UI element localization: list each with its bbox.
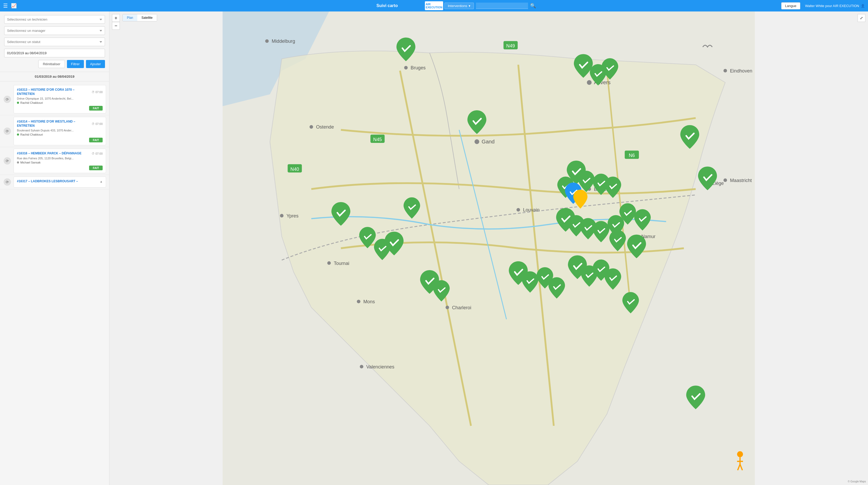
intervention-card-header: #16317 – LADBROKES LESBROUSART – ▲: [17, 179, 103, 183]
intervention-card-header: #16313 – HISTOIRE D'OR CORA 1070 – ENTRE…: [17, 88, 103, 96]
svg-text:N40: N40: [290, 167, 299, 172]
svg-point-13: [357, 299, 361, 303]
intervention-card-header: #16314 – HISTOIRE D'OR WESTLAND – ENTRET…: [17, 120, 103, 128]
langue-area: Langue: [781, 2, 800, 9]
hamburger-icon[interactable]: ☰: [3, 3, 8, 9]
zoom-in-button[interactable]: +: [112, 14, 120, 22]
svg-text:Ostende: Ostende: [316, 124, 334, 130]
intervention-card-footer: FAIT: [17, 106, 103, 111]
status-select[interactable]: Sélectionnez un statut: [4, 37, 105, 46]
clock-icon: ⏱: [92, 90, 95, 94]
fullscreen-button[interactable]: ⤢: [858, 14, 865, 22]
manager-select[interactable]: Sélectionnez un manager: [4, 26, 105, 35]
sync-icon[interactable]: ⟳: [4, 96, 11, 103]
search-button[interactable]: 🔍: [528, 2, 538, 9]
list-item: ⟳ #16317 – LADBROKES LESBROUSART – ▲: [0, 175, 109, 189]
status-badge: FAIT: [89, 106, 103, 111]
intervention-card[interactable]: #16317 – LADBROKES LESBROUSART – ▲: [13, 176, 106, 188]
intervention-address: Rue des Faînes 205, 1120 Bruxelles, Belg…: [17, 157, 103, 160]
sync-icon[interactable]: ⟳: [4, 157, 11, 165]
svg-point-25: [360, 365, 363, 368]
logo-line2: EXECUTION: [426, 6, 442, 9]
status-badge: FAIT: [89, 138, 103, 142]
intervention-card[interactable]: #16316 – HEMBEEK PARCK – DÉPANNAGE ⏱07:0…: [13, 149, 106, 173]
svg-point-33: [737, 451, 743, 457]
intervention-icon-col: ⟳: [3, 149, 11, 173]
intervention-title: #16313 – HISTOIRE D'OR CORA 1070 – ENTRE…: [17, 88, 90, 96]
svg-text:Maastricht: Maastricht: [730, 178, 752, 183]
intervention-card[interactable]: #16314 – HISTOIRE D'OR WESTLAND – ENTRET…: [13, 117, 106, 145]
user-icon: 👤: [861, 4, 865, 8]
intervention-card-footer: FAIT: [17, 166, 103, 170]
map-svg: Anvers Gand Bruges Namur Liège Bruxelles…: [110, 11, 868, 485]
svg-text:N49: N49: [506, 43, 515, 49]
dropdown-arrow-icon: ▾: [469, 4, 470, 8]
svg-text:Louvain: Louvain: [523, 207, 540, 212]
svg-point-3: [475, 139, 479, 144]
technician-info: Michael Sansak: [17, 161, 103, 164]
reset-button[interactable]: Réinitialiser: [38, 60, 65, 68]
intervention-time: ⏱07:00: [92, 152, 103, 155]
svg-point-23: [280, 214, 284, 218]
svg-text:Mons: Mons: [363, 299, 375, 304]
list-item: ⟳ #16314 – HISTOIRE D'OR WESTLAND – ENTR…: [0, 115, 109, 147]
intervention-card[interactable]: #16313 – HISTOIRE D'OR CORA 1070 – ENTRE…: [13, 85, 106, 113]
logo-line1: AIR: [426, 3, 442, 6]
technician-name: Rachid Chakkouri: [20, 133, 43, 136]
user-label: Walter White pour AIR EXECUTION: [805, 4, 859, 8]
technician-select[interactable]: Sélectionnez un technicien: [4, 15, 105, 24]
search-area: 🔍: [476, 2, 538, 9]
map-watermark: © Google Maps: [848, 480, 866, 483]
svg-text:Eindhoven: Eindhoven: [730, 68, 752, 74]
tab-satellite[interactable]: Satellite: [137, 15, 157, 21]
list-item: ⟳ #16316 – HEMBEEK PARCK – DÉPANNAGE ⏱07…: [0, 147, 109, 175]
intervention-time: ⏱07:00: [92, 90, 103, 94]
svg-point-19: [265, 39, 269, 43]
tech-dot-icon: [17, 102, 19, 104]
svg-text:Tournai: Tournai: [334, 261, 349, 266]
technician-info: Rachid Chakkouri: [17, 133, 103, 136]
svg-point-29: [723, 69, 727, 73]
technician-info: Rachid Chakkouri: [17, 101, 103, 104]
tab-plan[interactable]: Plan: [123, 15, 137, 21]
chart-icon[interactable]: 📈: [11, 3, 17, 9]
sidebar: Sélectionnez un technicien Sélectionnez …: [0, 11, 110, 485]
add-button[interactable]: Ajouter: [86, 60, 105, 68]
svg-text:Charleroi: Charleroi: [452, 305, 471, 310]
zoom-out-button[interactable]: −: [112, 22, 120, 30]
date-range-input[interactable]: 01/03/2019 au 08/04/2019: [4, 49, 105, 57]
clock-icon: ⏱: [92, 122, 95, 125]
svg-text:N6: N6: [629, 153, 635, 158]
technician-name: Michael Sansak: [20, 161, 41, 164]
svg-text:Bruges: Bruges: [410, 65, 426, 70]
svg-point-27: [517, 208, 520, 212]
svg-text:Gand: Gand: [482, 139, 495, 144]
intervention-address: Drève Olympique 15, 1070 Anderlecht, Bel…: [17, 97, 103, 100]
map-tabs: Plan Satellite: [122, 14, 157, 21]
filter-button[interactable]: Filtrer: [67, 60, 84, 68]
intervention-icon-col: ⟳: [3, 85, 11, 113]
page-title: Suivi carto: [376, 3, 398, 8]
sync-icon[interactable]: ⟳: [4, 127, 11, 135]
intervention-title: #16316 – HEMBEEK PARCK – DÉPANNAGE: [17, 151, 82, 156]
list-item: ⟳ #16313 – HISTOIRE D'OR CORA 1070 – ENT…: [0, 83, 109, 115]
logo: AIR EXECUTION: [425, 1, 443, 10]
svg-text:Valenciennes: Valenciennes: [366, 364, 394, 370]
intervention-list: ⟳ #16313 – HISTOIRE D'OR CORA 1070 – ENT…: [0, 81, 109, 485]
search-input[interactable]: [476, 3, 528, 9]
map-controls: + −: [112, 14, 120, 30]
interventions-dropdown[interactable]: Interventions ▾: [444, 3, 474, 9]
tech-dot-icon: [17, 162, 19, 164]
intervention-icon-col: ⟳: [3, 176, 11, 188]
svg-point-1: [587, 80, 592, 85]
langue-button[interactable]: Langue: [781, 2, 800, 9]
intervention-expand[interactable]: ▲: [100, 180, 103, 183]
svg-point-5: [404, 66, 408, 69]
sync-icon[interactable]: ⟳: [4, 178, 11, 186]
main-layout: Sélectionnez un technicien Sélectionnez …: [0, 11, 868, 485]
technician-name: Rachid Chakkouri: [20, 101, 43, 104]
interventions-label: Interventions: [448, 4, 467, 8]
user-area: Walter White pour AIR EXECUTION 👤: [805, 4, 865, 8]
sidebar-filters: Sélectionnez un technicien Sélectionnez …: [0, 11, 109, 72]
svg-text:Ypres: Ypres: [286, 213, 299, 219]
